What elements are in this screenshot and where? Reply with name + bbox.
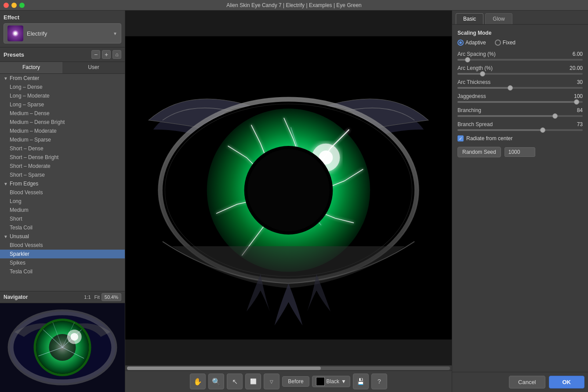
random-seed-button[interactable]: Random Seed <box>457 147 501 157</box>
scrollbar-thumb[interactable] <box>127 367 321 370</box>
jaggedness-label: Jaggedness <box>457 93 486 99</box>
scaling-mode-title: Scaling Mode <box>457 30 583 36</box>
jaggedness-track[interactable] <box>457 101 583 103</box>
random-seed-section: Random Seed <box>457 147 583 157</box>
branching-header: Branching 84 <box>457 107 583 113</box>
branching-track[interactable] <box>457 115 583 117</box>
zoom-fit-button[interactable]: Fit <box>93 294 102 301</box>
list-item[interactable]: Short – Sparse <box>0 171 125 179</box>
minimize-button[interactable] <box>11 3 17 8</box>
effect-icon <box>7 25 23 41</box>
preset-group-from-center[interactable]: ▼ From Center <box>0 74 125 83</box>
branch-spread-slider-section: Branch Spread 73 <box>457 121 583 131</box>
group-label: From Center <box>10 75 39 81</box>
list-item[interactable]: Tesla Coil <box>0 267 125 276</box>
select-tool-button[interactable]: ↖ <box>227 374 243 389</box>
canvas-scrollbar[interactable] <box>125 365 452 370</box>
list-item[interactable]: Short – Dense <box>0 144 125 153</box>
list-item[interactable]: Long – Moderate <box>0 91 125 100</box>
arc-length-thumb[interactable] <box>480 71 485 76</box>
list-item-sparkler[interactable]: Sparkler <box>0 250 125 258</box>
radiate-checkbox[interactable]: ✓ <box>457 135 464 142</box>
seed-value-input[interactable] <box>505 147 535 157</box>
cancel-button[interactable]: Cancel <box>509 376 545 388</box>
window-controls <box>4 3 25 8</box>
preset-remove-button[interactable]: − <box>91 50 100 59</box>
list-item[interactable]: Medium – Sparse <box>0 135 125 144</box>
scrollbar-track[interactable] <box>127 367 450 370</box>
branch-spread-track[interactable] <box>457 129 583 131</box>
branch-spread-value: 73 <box>577 121 583 127</box>
crop-tool-button[interactable]: ⬜ <box>245 374 261 389</box>
arc-spacing-track[interactable] <box>457 59 583 61</box>
arc-length-track[interactable] <box>457 73 583 75</box>
group-label: Unusual <box>10 233 29 240</box>
list-item[interactable]: Medium <box>0 206 125 214</box>
arc-thickness-thumb[interactable] <box>508 85 513 91</box>
branching-thumb[interactable] <box>552 113 558 119</box>
bg-color-swatch <box>316 377 325 386</box>
list-item[interactable]: Medium – Moderate <box>0 127 125 135</box>
list-item[interactable]: Medium – Dense <box>0 109 125 118</box>
list-item[interactable]: Blood Vessels <box>0 188 125 197</box>
branching-value: 84 <box>577 107 583 113</box>
list-item[interactable]: Blood Vessels <box>0 241 125 250</box>
maximize-button[interactable] <box>19 3 25 8</box>
preset-add-button[interactable]: + <box>102 50 111 59</box>
zoom-tool-button[interactable]: 🔍 <box>208 374 224 389</box>
preset-group-from-edges[interactable]: ▼ From Edges <box>0 179 125 188</box>
effect-icon-inner <box>12 30 19 37</box>
branching-label: Branching <box>457 107 481 113</box>
arc-thickness-track[interactable] <box>457 87 583 89</box>
list-item[interactable]: Tesla Coil <box>0 223 125 232</box>
arc-spacing-label: Arc Spacing (%) <box>457 51 496 57</box>
list-item[interactable]: Short <box>0 214 125 223</box>
adaptive-radio-btn[interactable] <box>457 40 464 46</box>
zoom-1to1-button[interactable]: 1:1 <box>82 294 92 301</box>
chevron-down-icon: ▼ <box>113 31 117 36</box>
list-item[interactable]: Long – Dense <box>0 83 125 91</box>
pan-tool-button[interactable]: ✋ <box>190 374 206 389</box>
save-button[interactable]: 💾 <box>353 374 369 389</box>
arc-length-label: Arc Length (%) <box>457 65 493 71</box>
ok-button[interactable]: OK <box>549 376 585 388</box>
list-item[interactable]: Short – Moderate <box>0 162 125 171</box>
right-panel-tabs: Basic Glow <box>452 11 588 25</box>
effect-name: Electrify <box>27 30 113 37</box>
list-item[interactable]: Short – Dense Bright <box>0 153 125 162</box>
svg-point-24 <box>247 149 330 231</box>
effect-dropdown[interactable]: Electrify ▼ <box>4 23 121 44</box>
branch-spread-thumb[interactable] <box>540 127 545 133</box>
zoom-dropdown[interactable]: 50.4% <box>102 293 121 301</box>
close-button[interactable] <box>4 3 9 8</box>
presets-list[interactable]: ▼ From Center Long – Dense Long – Modera… <box>0 74 125 291</box>
arc-thickness-slider-section: Arc Thickness 30 <box>457 79 583 89</box>
adaptive-radio[interactable]: Adaptive <box>457 40 486 46</box>
preset-home-button[interactable]: ⌂ <box>113 50 121 59</box>
list-item[interactable]: Medium – Dense Bright <box>0 118 125 127</box>
before-button[interactable]: Before <box>282 376 309 387</box>
fixed-radio-btn[interactable] <box>495 40 501 46</box>
tab-glow[interactable]: Glow <box>485 13 512 24</box>
effect-label: Effect <box>4 14 121 21</box>
radiate-checkbox-section: ✓ Radiate from center <box>457 135 583 142</box>
list-item[interactable]: Long <box>0 197 125 206</box>
canvas-area[interactable] <box>125 11 452 365</box>
list-item[interactable]: Spikes <box>0 258 125 267</box>
background-color-selector[interactable]: Black ▼ <box>312 376 350 387</box>
fixed-radio[interactable]: Fixed <box>495 40 515 46</box>
jaggedness-value: 100 <box>574 93 583 99</box>
tab-factory[interactable]: Factory <box>0 62 62 73</box>
right-panel: Basic Glow Scaling Mode Adaptive Fixed <box>452 11 588 392</box>
arc-spacing-header: Arc Spacing (%) 6.00 <box>457 51 583 57</box>
jaggedness-fill <box>457 101 577 103</box>
frame-tool-button[interactable]: ▽ <box>264 374 279 389</box>
preset-group-unusual[interactable]: ▼ Unusual <box>0 232 125 241</box>
tab-user[interactable]: User <box>62 62 125 73</box>
jaggedness-thumb[interactable] <box>574 99 579 105</box>
help-button[interactable]: ? <box>371 374 387 389</box>
tab-basic[interactable]: Basic <box>456 13 483 24</box>
arc-spacing-thumb[interactable] <box>465 57 470 62</box>
list-item[interactable]: Long – Sparse <box>0 100 125 109</box>
arc-spacing-slider-section: Arc Spacing (%) 6.00 <box>457 51 583 61</box>
